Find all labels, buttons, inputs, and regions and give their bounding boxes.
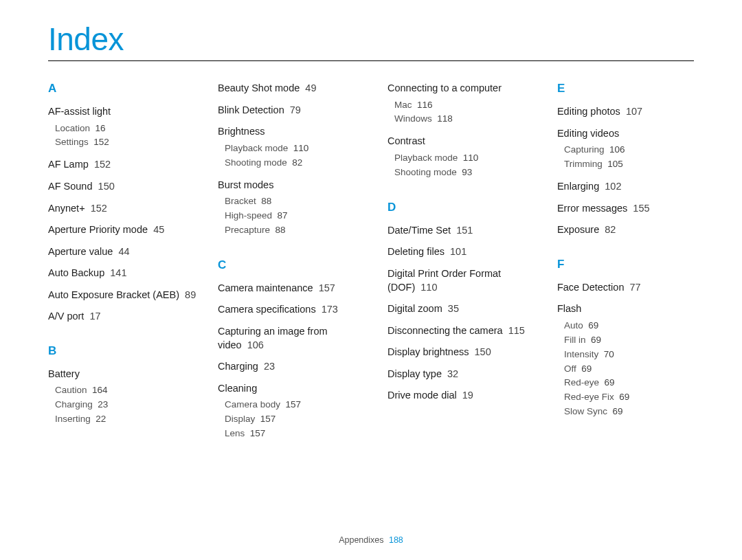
subentry: Intensity 70 (564, 348, 694, 362)
subentry: Settings 152 (55, 135, 199, 150)
subentry: Lens 157 (225, 427, 368, 441)
entry: Digital zoom 35 (387, 302, 538, 316)
entry: Anynet+ 152 (48, 202, 199, 216)
entry: Aperture Priority mode 45 (48, 223, 199, 237)
subentry: High-speed 87 (225, 209, 368, 223)
entry: AF Lamp 152 (48, 158, 199, 172)
column-4: E Editing photos 107 Editing videos Capt… (557, 82, 694, 449)
section-letter-A: A (48, 82, 199, 96)
entry: Auto Backup 141 (48, 267, 199, 280)
entry: Drive mode dial 19 (387, 389, 538, 403)
entry-label: AF-assist light (48, 106, 111, 117)
section-letter-E: E (557, 82, 694, 96)
entry: Blink Detection 79 (218, 104, 368, 117)
subentry: Fill in 69 (564, 333, 694, 348)
subentry: Precapture 88 (225, 223, 368, 238)
entry: Display brightness 150 (387, 346, 538, 359)
column-3: Connecting to a computer Mac 116 Windows… (387, 82, 538, 449)
column-1: A AF-assist light Location 16 Settings 1… (48, 82, 199, 449)
footer-page-number: 188 (389, 535, 403, 545)
subentry: Red-eye Fix 69 (564, 390, 694, 405)
entry: Camera specifications 173 (218, 303, 368, 317)
section-letter-D: D (387, 201, 538, 214)
subentry: Mac 116 (394, 98, 538, 113)
section-letter-B: B (48, 344, 199, 358)
subentry: Off 69 (564, 362, 694, 377)
title-rule (48, 60, 694, 61)
subentry: Camera body 157 (225, 398, 368, 412)
entry: A/V port 17 (48, 310, 199, 324)
entry: Digital Print Order Format (DOF) 110 (387, 267, 538, 294)
index-columns: A AF-assist light Location 16 Settings 1… (48, 82, 694, 449)
entry-cleaning: Cleaning Camera body 157 Display 157 Len… (218, 382, 368, 441)
subentry: Shooting mode 93 (394, 166, 538, 180)
subentry: Windows 118 (394, 112, 538, 126)
entry: AF Sound 150 (48, 180, 199, 194)
entry: Capturing an image from video 106 (218, 325, 368, 352)
subentry: Location 16 (55, 122, 199, 136)
entry: Deleting files 101 (387, 245, 538, 259)
subentry: Red-eye 69 (564, 376, 694, 390)
entry: Display type 32 (387, 368, 538, 381)
entry: Disconnecting the camera 115 (387, 324, 538, 338)
footer: Appendixes 188 (0, 535, 742, 545)
subentry: Playback mode 110 (394, 151, 538, 166)
subentry: Trimming 105 (564, 157, 694, 172)
entry-burst-modes: Burst modes Bracket 88 High-speed 87 Pre… (218, 179, 368, 238)
entry-editing-videos: Editing videos Capturing 106 Trimming 10… (557, 127, 694, 172)
entry-connecting-computer: Connecting to a computer Mac 116 Windows… (387, 82, 538, 126)
entry: Auto Exposure Bracket (AEB) 89 (48, 289, 199, 302)
page: Index A AF-assist light Location 16 Sett… (0, 0, 742, 560)
entry-brightness: Brightness Playback mode 110 Shooting mo… (218, 125, 368, 170)
entry: Face Detection 77 (557, 281, 694, 295)
subentry: Charging 23 (55, 398, 199, 412)
entry-af-assist-light: AF-assist light Location 16 Settings 152 (48, 105, 199, 150)
subentry: Playback mode 110 (225, 142, 368, 156)
footer-label: Appendixes (339, 535, 383, 545)
entry: Enlarging 102 (557, 180, 694, 194)
entry: Aperture value 44 (48, 245, 199, 259)
column-2: Beauty Shot mode 49 Blink Detection 79 B… (218, 82, 368, 449)
entry: Charging 23 (218, 360, 368, 374)
entry: Editing photos 107 (557, 105, 694, 119)
entry-flash: Flash Auto 69 Fill in 69 Intensity 70 Of… (557, 302, 694, 419)
subentry: Slow Sync 69 (564, 405, 694, 419)
entry-battery: Battery Caution 164 Charging 23 Insertin… (48, 368, 199, 427)
subentry: Inserting 22 (55, 412, 199, 427)
subentry: Shooting mode 82 (225, 156, 368, 170)
subentry: Auto 69 (564, 319, 694, 333)
entry: Error messages 155 (557, 202, 694, 216)
subentry: Caution 164 (55, 383, 199, 398)
section-letter-C: C (218, 258, 368, 272)
entry: Date/Time Set 151 (387, 224, 538, 238)
page-title: Index (48, 21, 694, 58)
subentry: Display 157 (225, 412, 368, 427)
section-letter-F: F (557, 258, 694, 271)
subentry: Capturing 106 (564, 143, 694, 157)
subentry: Bracket 88 (225, 194, 368, 209)
entry-contrast: Contrast Playback mode 110 Shooting mode… (387, 135, 538, 179)
entry: Camera maintenance 157 (218, 282, 368, 295)
entry: Beauty Shot mode 49 (218, 82, 368, 96)
entry: Exposure 82 (557, 223, 694, 237)
